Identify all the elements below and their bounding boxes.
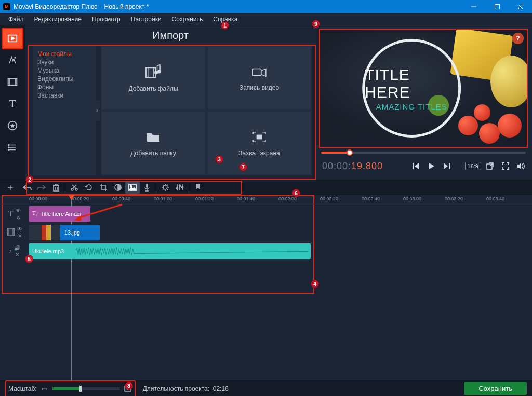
track-visibility-toggle[interactable]: 👁 [17, 226, 22, 232]
rotate-button[interactable] [82, 181, 96, 194]
menu-view[interactable]: Просмотр [87, 14, 126, 24]
svg-rect-45 [7, 229, 9, 235]
callout-badge-4: 4 [311, 280, 319, 288]
import-cat-music[interactable]: Музыка [36, 66, 92, 75]
track-link-toggle[interactable]: ✕ [15, 252, 19, 257]
svg-point-15 [8, 145, 9, 146]
window-minimize-button[interactable] [462, 0, 485, 13]
svg-rect-19 [146, 67, 148, 77]
video-clip-label: 13.jpg [60, 229, 84, 236]
play-button[interactable] [424, 159, 438, 173]
clip-properties-button[interactable] [158, 181, 172, 194]
import-add-folder-label: Добавить папку [130, 149, 176, 157]
add-track-button[interactable]: ＋ [3, 181, 18, 194]
mic-button[interactable] [140, 181, 154, 194]
menu-save[interactable]: Сохранить [167, 14, 208, 24]
empty-track [0, 261, 532, 279]
empty-track [0, 279, 532, 298]
split-button[interactable] [67, 181, 82, 194]
svg-marker-24 [261, 69, 266, 76]
prev-frame-button[interactable] [409, 159, 422, 173]
menu-settings[interactable]: Настройки [126, 14, 167, 24]
track-link-toggle[interactable]: ✕ [16, 214, 20, 220]
sidebar-stickers-button[interactable] [2, 115, 23, 136]
window-close-button[interactable] [509, 0, 532, 13]
menu-file[interactable]: Файл [3, 14, 29, 24]
import-panel-title: Импорт [25, 25, 316, 45]
color-adjust-button[interactable] [111, 181, 125, 194]
callout-badge-5: 5 [25, 255, 33, 263]
import-cat-clips[interactable]: Видеоклипы [36, 75, 92, 83]
help-button[interactable]: ? [512, 33, 524, 44]
svg-point-41 [177, 188, 178, 189]
save-button[interactable]: Сохранить [464, 382, 527, 395]
ruler-tick: 00:02:00 [278, 196, 297, 201]
callout-badge-7: 7 [239, 163, 247, 171]
edit-toolbar: ＋ [0, 180, 532, 195]
svg-point-22 [157, 70, 161, 73]
film-music-icon [145, 64, 161, 82]
volume-button[interactable] [514, 159, 528, 173]
equalizer-button[interactable] [172, 181, 187, 194]
import-add-folder-button[interactable]: Добавить папку [102, 112, 205, 174]
audio-clip[interactable]: Ukulele.mp3 [29, 243, 311, 259]
svg-rect-33 [54, 185, 59, 191]
next-frame-button[interactable] [440, 159, 454, 173]
svg-marker-29 [444, 163, 448, 169]
callout-badge-6: 6 [292, 189, 300, 197]
ruler-tick: 00:00:00 [29, 196, 47, 201]
track-link-toggle[interactable]: ✕ [18, 233, 22, 239]
preview-title-line1: TITLE HERE [365, 66, 458, 101]
svg-rect-8 [8, 78, 10, 85]
window-title: Movavi Видеоредактор Плюс – Новый проект… [14, 3, 462, 10]
preview-scrubber[interactable] [319, 148, 528, 157]
ruler-tick: 00:03:20 [445, 196, 463, 201]
import-record-video-label: Запись видео [240, 84, 279, 91]
zoom-out-button[interactable]: ▭ [40, 382, 49, 395]
sidebar-import-button[interactable] [2, 28, 23, 49]
ruler-tick: 00:00:40 [112, 196, 130, 201]
import-record-video-button[interactable]: Запись видео [208, 47, 311, 109]
aspect-ratio-button[interactable]: 16:9 [465, 162, 481, 170]
sidebar-fx-button[interactable] [2, 50, 23, 71]
sidebar-filters-button[interactable] [2, 72, 23, 92]
preview-viewport[interactable]: TITLE HERE AMAZING TITLES ? [319, 29, 528, 148]
video-track-icon [7, 228, 15, 237]
video-clip[interactable]: 13.jpg [29, 225, 100, 240]
window-titlebar: M Movavi Видеоредактор Плюс – Новый прое… [0, 0, 532, 13]
delete-button[interactable] [49, 181, 63, 194]
svg-rect-9 [15, 78, 17, 85]
import-screen-capture-button[interactable]: Захват экрана [208, 112, 311, 174]
window-maximize-button[interactable] [485, 0, 509, 13]
redo-button[interactable] [34, 181, 49, 194]
ruler-tick: 00:01:00 [154, 196, 172, 201]
marker-button[interactable] [191, 181, 205, 194]
image-tool-button[interactable] [125, 181, 140, 194]
project-duration-label: Длительность проекта: 02:16 [143, 385, 229, 392]
capture-icon [252, 130, 267, 146]
sidebar-titles-button[interactable]: T [2, 93, 23, 114]
popout-button[interactable] [483, 159, 497, 173]
audio-clip-label: Ukulele.mp3 [32, 248, 64, 254]
category-collapse-handle[interactable]: ‹ [95, 100, 100, 121]
svg-rect-39 [146, 184, 148, 188]
svg-point-42 [179, 185, 181, 187]
mode-sidebar: T [0, 25, 25, 180]
import-cat-backgrounds[interactable]: Фоны [36, 83, 92, 91]
sidebar-more-button[interactable] [2, 137, 23, 158]
track-visibility-toggle[interactable]: 👁 [16, 208, 21, 213]
svg-marker-28 [429, 163, 434, 169]
crop-button[interactable] [96, 181, 111, 194]
import-cat-myfiles[interactable]: Мои файлы [36, 50, 92, 58]
track-mute-toggle[interactable]: 🔊 [14, 245, 20, 251]
import-cat-intros[interactable]: Заставки [36, 91, 92, 100]
import-cat-sounds[interactable]: Звуки [36, 58, 92, 66]
fullscreen-button[interactable] [499, 159, 512, 173]
import-add-files-button[interactable]: Добавить файлы [102, 47, 205, 109]
callout-badge-9: 9 [312, 20, 320, 28]
zoom-slider[interactable] [52, 387, 120, 390]
ruler-tick: 00:00:20 [71, 196, 89, 201]
menu-edit[interactable]: Редактирование [29, 14, 87, 24]
title-track-icon: T [8, 209, 14, 219]
timeline: 00:00:00 00:00:20 00:00:40 00:01:00 00:0… [0, 195, 532, 298]
